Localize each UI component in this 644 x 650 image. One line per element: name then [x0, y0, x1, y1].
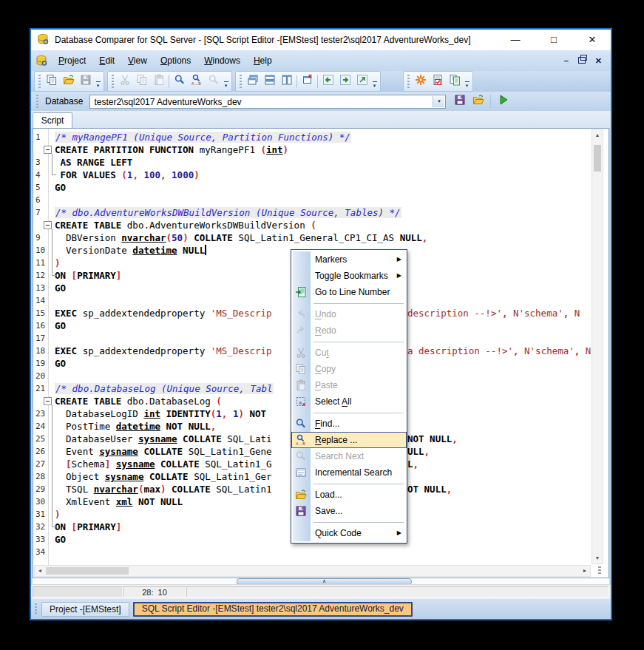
code-text: GO — [55, 533, 66, 546]
fold-toggle-icon[interactable] — [44, 146, 52, 154]
toolbar-grip[interactable] — [36, 95, 38, 108]
menu-item-label: Paste — [315, 380, 338, 390]
maximize-button[interactable]: □ — [541, 30, 566, 50]
toolbar-overflow-chevron[interactable]: ▾ — [222, 72, 230, 90]
menu-item-undo[interactable]: Undo — [291, 306, 407, 322]
scroll-up-icon[interactable]: ▲ — [592, 130, 603, 141]
fold-toggle-icon[interactable] — [44, 221, 52, 229]
toolbar-grip[interactable] — [112, 75, 114, 88]
fold-toggle-icon[interactable] — [44, 397, 52, 405]
menu-item-save[interactable]: Save... — [291, 503, 407, 519]
menubar-item-options[interactable]: Options — [154, 50, 197, 71]
chevron-down-icon[interactable]: ▼ — [433, 96, 444, 107]
code-line-7: 7/* dbo.AdventureWorksDWBuildVersion (Un… — [33, 206, 591, 219]
horizontal-scroll-thumb[interactable] — [46, 567, 129, 575]
minimize-button[interactable]: — — [503, 30, 528, 50]
search-next-icon — [295, 450, 307, 462]
code-text: ) — [55, 508, 61, 521]
line-number: 9 — [35, 231, 41, 244]
toolbar-grip[interactable] — [407, 75, 410, 88]
scroll-left-icon[interactable]: ◄ — [35, 566, 45, 576]
menu-item-select-all[interactable]: aSelect All — [291, 393, 407, 410]
detach-window-icon — [356, 74, 368, 89]
tab-script[interactable]: Script — [33, 112, 72, 128]
title-bar[interactable]: Database Comparer for SQL Server - [SQL … — [31, 30, 611, 50]
select-all-icon: a — [295, 396, 307, 407]
replace-button[interactable]: A→B — [188, 73, 205, 89]
menu-item-go-to-line-number[interactable]: Go to Line Number — [291, 284, 407, 300]
menubar-item-help[interactable]: Help — [247, 50, 279, 71]
menubar-item-project[interactable]: Project — [52, 50, 92, 71]
nav-back-button[interactable] — [319, 73, 336, 89]
find-icon — [174, 74, 186, 89]
paste-button[interactable] — [150, 73, 167, 89]
tile-horizontal-button[interactable] — [261, 73, 278, 89]
vertical-scroll-thumb[interactable] — [594, 145, 601, 172]
vertical-scrollbar[interactable]: ▲ ▼ — [592, 129, 603, 564]
menu-item-copy[interactable]: Copy — [291, 361, 407, 377]
code-text: GO — [55, 181, 66, 194]
tile-vertical-button[interactable] — [278, 73, 295, 89]
horizontal-scrollbar[interactable]: ◄ ► — [34, 565, 591, 577]
copy-script-button[interactable] — [446, 73, 463, 89]
mdi-minimize-button[interactable]: – — [564, 56, 569, 65]
cut-icon — [119, 74, 131, 89]
nav-forward-button[interactable] — [336, 73, 353, 89]
line-number: 12 — [35, 269, 45, 282]
code-line-3: 3 AS RANGE LEFT — [33, 156, 591, 169]
open-folder-icon — [472, 94, 484, 109]
splitter-bar: ∧ — [33, 578, 609, 584]
dock-grip[interactable] — [35, 603, 37, 615]
mdi-close-button[interactable]: ✕ — [595, 56, 602, 66]
save-floppy-button[interactable] — [77, 73, 94, 89]
resize-grip[interactable] — [598, 566, 601, 575]
scroll-right-icon[interactable]: ► — [580, 566, 590, 576]
dock-button-sql-editor[interactable]: SQL Script Editor -[EMStest] tester2\sql… — [133, 602, 413, 617]
menu-item-toggle-bookmarks[interactable]: Toggle Bookmarks▶ — [291, 268, 407, 284]
cut-button[interactable] — [116, 73, 133, 89]
window-title: Database Comparer for SQL Server - [SQL … — [55, 30, 470, 50]
menubar-item-view[interactable]: View — [121, 50, 154, 71]
database-label: Database — [45, 96, 83, 106]
script-check-button[interactable] — [429, 73, 446, 89]
menu-item-paste[interactable]: Paste — [291, 377, 407, 393]
line-number: 7 — [35, 206, 41, 219]
menu-item-quick-code[interactable]: Quick Code▶ — [291, 525, 407, 541]
line-number: 24 — [35, 420, 45, 433]
menubar-item-windows[interactable]: Windows — [197, 50, 247, 71]
copy-doc-button[interactable] — [133, 73, 150, 89]
menubar-item-edit[interactable]: Edit — [92, 50, 121, 71]
save-floppy-button[interactable] — [451, 93, 468, 109]
database-combobox[interactable]: tester2\sql2017 AdventureWorks_dev ▼ — [89, 95, 446, 109]
toolbar-overflow-chevron[interactable]: ▾ — [463, 72, 471, 90]
code-text: /* dbo.AdventureWorksDWBuildVersion (Uni… — [55, 206, 401, 219]
menu-item-incremental-search[interactable]: Incremental Search — [291, 464, 407, 481]
cascade-windows-button[interactable] — [244, 73, 261, 89]
detach-window-button[interactable] — [353, 73, 370, 89]
open-folder-button[interactable] — [470, 93, 487, 109]
scroll-down-icon[interactable]: ▼ — [592, 553, 603, 563]
mdi-restore-button[interactable] — [578, 56, 586, 65]
open-folder-button[interactable] — [60, 73, 77, 89]
menu-item-find[interactable]: Find... — [291, 416, 407, 432]
toolbar-grip[interactable] — [38, 75, 41, 88]
toolbar-grip[interactable] — [240, 75, 242, 88]
close-all-windows-button[interactable] — [299, 73, 316, 89]
dock-button-project[interactable]: Project -[EMStest] — [41, 602, 129, 617]
menu-item-load[interactable]: Load... — [291, 487, 407, 503]
menu-item-markers[interactable]: Markers▶ — [291, 251, 407, 268]
cascade-windows-icon — [247, 74, 259, 89]
toolbar-overflow-chevron[interactable]: ▾ — [370, 72, 379, 90]
copy-doc-button[interactable] — [43, 73, 60, 89]
menu-item-cut[interactable]: Cut — [291, 345, 407, 361]
toolbar-overflow-chevron[interactable]: ▾ — [94, 72, 102, 90]
menu-item-redo[interactable]: Redo — [291, 322, 407, 339]
run-button[interactable] — [495, 93, 512, 109]
compare-button[interactable] — [412, 73, 429, 89]
menu-item-search-next[interactable]: Search Next — [291, 448, 407, 464]
close-button[interactable]: ✕ — [580, 30, 605, 50]
find-button[interactable] — [171, 73, 188, 89]
search-next-button[interactable] — [205, 73, 222, 89]
restore-icon — [578, 57, 586, 64]
menu-item-replace[interactable]: A→BReplace ... — [291, 432, 407, 448]
